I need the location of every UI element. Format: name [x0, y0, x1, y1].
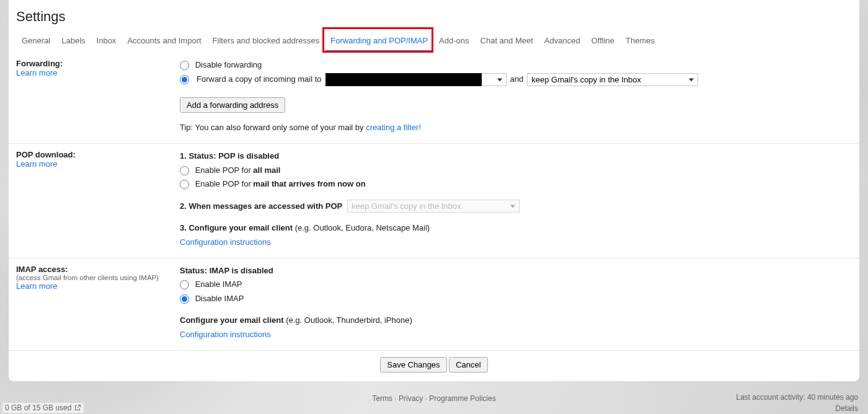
tab-inbox[interactable]: Inbox — [91, 30, 122, 51]
pop-when-select: keep Gmail's copy in the Inbox — [347, 200, 520, 213]
imap-enable-label: Enable IMAP — [195, 280, 242, 289]
forward-action-select-wrap[interactable]: keep Gmail's copy in the Inbox — [527, 73, 698, 87]
imap-enable-radio[interactable] — [180, 280, 189, 289]
page-footer: Terms · Privacy · Programme Policies Las… — [0, 392, 868, 414]
pop-enable-now-bold: mail that arrives from now on — [253, 179, 365, 188]
forward-action-select[interactable]: keep Gmail's copy in the Inbox — [527, 73, 698, 86]
tab-general[interactable]: General — [16, 30, 56, 51]
imap-disable-radio[interactable] — [180, 294, 189, 304]
pop-status-prefix: 1. Status: — [180, 151, 218, 161]
tab-add-ons[interactable]: Add-ons — [433, 30, 474, 51]
storage-usage[interactable]: 0 GB of 15 GB used — [2, 403, 84, 413]
pop-enable-all-option[interactable]: Enable POP for all mail — [180, 165, 280, 175]
imap-configure-prefix: Configure your email client — [180, 315, 286, 325]
forward-and-text: and — [510, 73, 524, 86]
forward-copy-radio[interactable] — [180, 75, 189, 84]
settings-body: Forwarding: Learn more Disable forwardin… — [9, 51, 859, 381]
tab-chat-and-meet[interactable]: Chat and Meet — [475, 30, 539, 51]
tab-themes[interactable]: Themes — [620, 30, 660, 51]
imap-configure-eg: (e.g. Outlook, Thunderbird, iPhone) — [286, 315, 412, 325]
tab-forwarding-and-pop-imap[interactable]: Forwarding and POP/IMAP — [325, 30, 433, 51]
imap-config-instructions-link[interactable]: Configuration instructions — [180, 330, 271, 339]
settings-card: Settings GeneralLabelsInboxAccounts and … — [9, 0, 859, 381]
imap-learn-more-link[interactable]: Learn more — [16, 281, 57, 291]
pop-when-select-wrap: keep Gmail's copy in the Inbox — [347, 200, 520, 213]
imap-disable-label: Disable IMAP — [195, 294, 244, 303]
section-imap: IMAP access: (access Gmail from other cl… — [9, 258, 859, 351]
forwarding-tip-text: Tip: You can also forward only some of y… — [180, 123, 366, 132]
forwarding-learn-more-link[interactable]: Learn more — [16, 68, 57, 77]
tab-filters-and-blocked-addresses[interactable]: Filters and blocked addresses — [207, 30, 326, 51]
section-pop: POP download: Learn more 1. Status: POP … — [9, 144, 859, 258]
pop-enable-now-radio[interactable] — [180, 180, 189, 189]
tab-labels[interactable]: Labels — [56, 30, 91, 51]
forward-copy-label: Forward a copy of incoming mail to — [197, 73, 322, 86]
footer-details-link[interactable]: Details — [835, 404, 858, 413]
cancel-button[interactable]: Cancel — [449, 357, 487, 372]
imap-status-prefix: Status: — [180, 266, 210, 275]
open-external-icon — [74, 404, 81, 412]
imap-title: IMAP access: — [16, 265, 175, 274]
pop-status-value: POP is disabled — [218, 151, 279, 161]
disable-forwarding-label: Disable forwarding — [195, 60, 262, 69]
imap-status-value: IMAP is disabled — [210, 266, 273, 275]
disable-forwarding-radio[interactable] — [180, 61, 189, 70]
forward-copy-option[interactable]: Forward a copy of incoming mail to and k… — [180, 73, 698, 87]
page-title: Settings — [9, 0, 859, 30]
create-filter-link[interactable]: creating a filter! — [366, 123, 421, 132]
footer-privacy-link[interactable]: Privacy — [399, 394, 423, 403]
save-changes-button[interactable]: Save Changes — [380, 357, 446, 372]
pop-configure-eg: (e.g. Outlook, Eudora, Netscape Mail) — [295, 223, 430, 232]
footer-terms-link[interactable]: Terms — [372, 394, 392, 403]
tab-accounts-and-import[interactable]: Accounts and Import — [122, 30, 206, 51]
imap-enable-option[interactable]: Enable IMAP — [180, 280, 242, 289]
pop-configure-prefix: 3. Configure your email client — [180, 223, 295, 232]
pop-enable-all-prefix: Enable POP for — [195, 165, 254, 175]
forward-address-select-wrap[interactable] — [482, 73, 507, 87]
imap-disable-option[interactable]: Disable IMAP — [180, 294, 244, 303]
tab-offline[interactable]: Offline — [586, 30, 620, 51]
action-buttons: Save Changes Cancel — [9, 351, 859, 381]
add-forwarding-address-button[interactable]: Add a forwarding address — [180, 97, 285, 113]
storage-usage-text: 0 GB of 15 GB used — [5, 403, 71, 412]
pop-enable-all-bold: all mail — [253, 165, 280, 175]
forward-address-redacted — [326, 73, 482, 86]
footer-activity-text: Last account activity: 40 minutes ago — [736, 392, 858, 403]
footer-policies-link[interactable]: Programme Policies — [429, 394, 495, 403]
tab-advanced[interactable]: Advanced — [539, 30, 586, 51]
disable-forwarding-option[interactable]: Disable forwarding — [180, 60, 262, 69]
settings-tabs: GeneralLabelsInboxAccounts and ImportFil… — [9, 30, 859, 51]
forwarding-title: Forwarding: — [16, 59, 175, 68]
pop-enable-now-option[interactable]: Enable POP for mail that arrives from no… — [180, 179, 366, 188]
pop-config-instructions-link[interactable]: Configuration instructions — [180, 237, 271, 247]
pop-enable-now-prefix: Enable POP for — [195, 179, 254, 188]
section-forwarding: Forwarding: Learn more Disable forwardin… — [9, 53, 859, 144]
pop-when-label: 2. When messages are accessed with POP — [180, 201, 342, 211]
pop-enable-all-radio[interactable] — [180, 166, 189, 175]
imap-sub: (access Gmail from other clients using I… — [16, 274, 175, 281]
forward-address-select[interactable] — [482, 73, 507, 86]
pop-learn-more-link[interactable]: Learn more — [16, 159, 57, 169]
pop-title: POP download: — [16, 150, 175, 159]
